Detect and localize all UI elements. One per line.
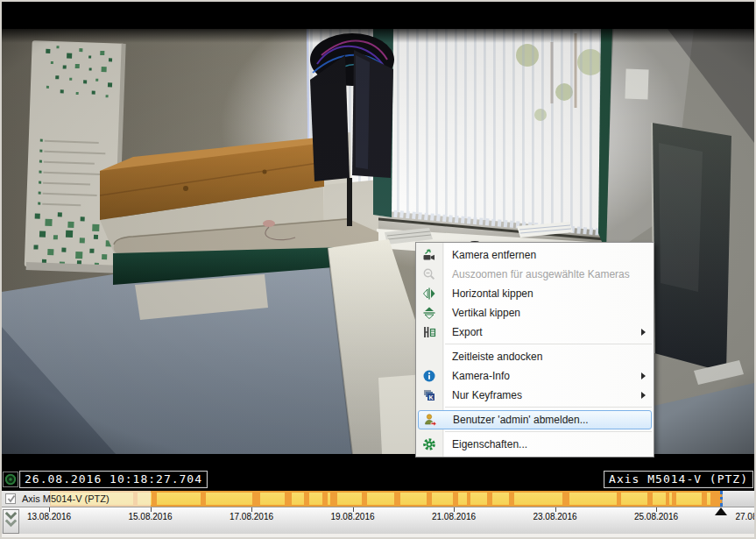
info-icon (421, 369, 437, 383)
camera-track-header: Axis M5014-V (PTZ) (2, 491, 151, 507)
recording-gap (304, 493, 309, 505)
menu-item-auszoomen: Auszoomen für ausgewählte Kameras (416, 265, 654, 284)
menu-item-nur-keyframes[interactable]: KNur Keyframes (416, 386, 654, 405)
empty-icon (421, 350, 437, 364)
scale-date-label: 15.08.2016 (128, 512, 172, 521)
menu-item-benutzer-abmelden[interactable]: Benutzer 'admin' abmelden... (418, 410, 652, 429)
recording-gap (453, 493, 458, 505)
flip-vertical-icon (421, 306, 437, 320)
timeline-scale[interactable]: 13.08.201615.08.201617.08.201619.08.2016… (2, 507, 754, 534)
timeline-track-row: Axis M5014-V (PTZ) (2, 491, 754, 507)
playhead-line[interactable] (720, 491, 723, 507)
context-menu: Kamera entfernenAuszoomen für ausgewählt… (415, 242, 654, 457)
menu-item-label: Benutzer 'admin' abmelden... (453, 414, 589, 426)
scale-date-label: 17.08.2016 (230, 512, 273, 521)
scale-date-label: 13.08.2016 (27, 512, 71, 521)
export-film-icon (421, 325, 437, 339)
menu-separator (445, 431, 652, 432)
camera-remove-icon (421, 248, 437, 262)
osd-row: 26.08.2016 10:18:27.704 Axis M5014-V (PT… (2, 469, 754, 491)
app-window: Kamera entfernenAuszoomen für ausgewählt… (0, 0, 756, 539)
recording-gap (252, 493, 261, 505)
recording-gap (672, 493, 676, 505)
menu-item-vertikal-kippen[interactable]: Vertikal kippen (416, 303, 654, 323)
recording-gap (322, 493, 328, 505)
menu-separator (445, 407, 652, 408)
recording-gap (152, 493, 157, 505)
menu-item-zeitleiste-andocken[interactable]: Zeitleiste andocken (416, 347, 654, 366)
recording-gap (427, 493, 432, 505)
menu-item-label: Eigenschaften... (452, 438, 527, 450)
camera-name-display: Axis M5014-V (PTZ) (604, 471, 753, 488)
menu-item-label: Nur Keyframes (452, 389, 522, 401)
menu-item-label: Kamera entfernen (452, 249, 536, 261)
gear-icon (421, 437, 437, 451)
double-chevron-down-icon (4, 510, 18, 532)
recording-gap (666, 493, 669, 505)
bottom-strip (2, 534, 754, 537)
recording-gap (647, 493, 653, 505)
menu-item-label: Zeitleiste andocken (452, 351, 542, 363)
context-menu-list: Kamera entfernenAuszoomen für ausgewählt… (416, 245, 654, 454)
recording-gap (285, 493, 292, 505)
recording-gap (617, 493, 621, 505)
menu-item-kamera-info[interactable]: Kamera-Info (416, 366, 654, 386)
recording-gap (201, 493, 206, 505)
svg-text:K: K (428, 394, 433, 401)
menu-item-eigenschaften[interactable]: Eigenschaften... (416, 435, 654, 454)
recording-gap (509, 493, 514, 505)
scale-date-label: 21.08.2016 (432, 512, 476, 521)
menu-item-kamera-entfernen[interactable]: Kamera entfernen (416, 245, 654, 265)
timeline-collapse-button[interactable] (3, 509, 19, 534)
recording-gap (394, 493, 400, 505)
timeline-no-data-region (722, 491, 754, 507)
scale-date-label: 27.08.2016 (735, 512, 754, 521)
recording-gap (362, 493, 367, 505)
camera-track-label: Axis M5014-V (PTZ) (22, 493, 110, 504)
recording-gap (467, 493, 470, 505)
menu-separator (445, 344, 652, 344)
zoom-out-icon (421, 267, 437, 281)
menu-item-label: Vertikal kippen (452, 307, 520, 319)
menu-item-label: Auszoomen für ausgewählte Kameras (452, 268, 630, 280)
keyframes-icon: K (421, 388, 437, 402)
check-icon (6, 493, 17, 504)
recording-gap (562, 493, 569, 505)
recording-gap (702, 493, 707, 505)
menu-item-export[interactable]: Export (416, 323, 654, 342)
scale-date-label: 19.08.2016 (330, 512, 374, 521)
menu-item-label: Kamera-Info (452, 370, 510, 382)
timestamp-display: 26.08.2016 10:18:27.704 (19, 471, 208, 488)
recording-gap (487, 493, 492, 505)
record-indicator-icon (3, 472, 18, 487)
flip-horizontal-icon (421, 287, 437, 301)
menu-item-label: Export (452, 326, 483, 338)
user-logout-icon (422, 413, 438, 427)
menu-item-label: Horizontal kippen (452, 287, 533, 300)
scale-date-label: 25.08.2016 (634, 512, 678, 521)
recording-gap (330, 493, 337, 505)
camera-track-checkbox[interactable] (5, 493, 16, 504)
submenu-arrow-icon (641, 329, 646, 336)
recording-bar[interactable] (50, 491, 722, 507)
playhead-marker-icon[interactable] (715, 507, 727, 515)
submenu-arrow-icon (641, 392, 646, 399)
menu-item-horizontal-kippen[interactable]: Horizontal kippen (416, 284, 654, 303)
submenu-arrow-icon (641, 372, 646, 379)
scale-date-label: 23.08.2016 (533, 512, 576, 521)
